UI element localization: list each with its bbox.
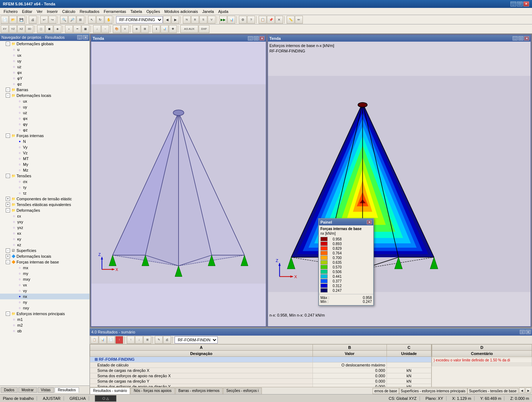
tb2-isolines[interactable]: ≡ <box>121 25 129 33</box>
sidebar-item-kx[interactable]: ○ κx <box>0 230 89 236</box>
sidebar-item-barras[interactable]: - 📁 Barras <box>0 87 89 93</box>
sidebar-item-Mz[interactable]: ○ Mz <box>0 167 89 173</box>
menu-modulos[interactable]: Módulos adicionais <box>162 9 200 14</box>
right-vp-close[interactable]: ✕ <box>524 36 529 41</box>
expand-icon[interactable]: - <box>6 312 10 316</box>
menu-editar[interactable]: Editar <box>20 9 34 14</box>
result-tab-nodes[interactable]: Nós - forças nos apoios <box>130 388 175 394</box>
sidebar-item-ux[interactable]: ○ ux <box>0 52 89 58</box>
tb-run[interactable]: ▶▶ <box>219 16 227 24</box>
tb2-btn3[interactable]: XZ <box>17 25 25 33</box>
expand-icon[interactable]: - <box>6 248 10 253</box>
sidebar-item-mx[interactable]: ○ mx <box>0 265 89 271</box>
rtb-btn6[interactable]: ↓ <box>135 336 143 344</box>
tb2-render[interactable]: ◈ <box>54 25 61 33</box>
sidebar-item-mxy[interactable]: ○ mxy <box>0 276 89 282</box>
tb-node[interactable]: N <box>183 16 191 24</box>
sidebar-item-vy[interactable]: ○ vy <box>0 288 89 294</box>
sidebar-item-vx[interactable]: ○ vx <box>0 282 89 288</box>
sidebar-item-b-phiz[interactable]: ○ φz <box>0 127 89 133</box>
tab-next-btn[interactable]: ▶ <box>526 388 531 393</box>
sidebar-item-uy[interactable]: ○ uy <box>0 58 89 64</box>
tb2-deform[interactable]: ~ <box>101 25 109 33</box>
tb-solid[interactable]: V <box>208 16 216 24</box>
result-tab-bars[interactable]: Barras - esforços internos <box>175 388 223 394</box>
sidebar-tab-dados[interactable]: Dados <box>1 387 18 393</box>
right-vp-minimize[interactable]: _ <box>513 36 518 41</box>
tb-annotation[interactable]: ✏ <box>295 16 303 24</box>
sidebar-item-deformacoes-globais[interactable]: - 📁 Deformações globais <box>0 41 89 47</box>
sidebar-item-MT[interactable]: ○ MT <box>0 156 89 162</box>
tb2-dxf[interactable]: DXF <box>199 25 209 33</box>
tb-save[interactable]: 💾 <box>17 16 25 24</box>
expand-icon[interactable]: - <box>6 134 10 138</box>
menu-ficheiro[interactable]: Ficheiro <box>1 9 20 14</box>
tb2-load[interactable]: ↓ <box>93 25 101 33</box>
right-vp-maximize[interactable]: □ <box>518 36 523 41</box>
result-tab-superficies-base[interactable]: ernos de base <box>373 388 399 394</box>
tb-new[interactable]: 📄 <box>1 16 9 24</box>
expand-icon[interactable]: - <box>6 88 10 92</box>
tb2-show-nodes[interactable]: • <box>65 25 73 33</box>
sidebar-item-b-uy[interactable]: ○ uy <box>0 104 89 110</box>
menu-ferramentas[interactable]: Ferramentas <box>102 9 128 14</box>
sidebar-item-u[interactable]: ○ u <box>0 47 89 52</box>
tb-redo[interactable]: ↪ <box>48 16 56 24</box>
sidebar-item-def-locais[interactable]: + 🔷 Deformações locais <box>0 253 89 259</box>
rtb-btn1[interactable]: 📋 <box>91 336 98 344</box>
expand-icon[interactable]: - <box>6 260 10 264</box>
tb-results[interactable]: 📊 <box>227 16 235 24</box>
result-tab-sections[interactable]: Secções - esforços i <box>223 388 262 394</box>
results-close[interactable]: ✕ <box>526 330 531 334</box>
minimize-button[interactable]: _ <box>510 1 516 6</box>
rtb-btn8[interactable]: ✎ <box>155 336 163 344</box>
results-combo[interactable]: RF-FORM-FINDING <box>175 336 218 343</box>
tb-prev[interactable]: ◀ <box>163 16 171 24</box>
tb-bar[interactable]: B <box>191 16 199 24</box>
tb2-show-surfaces[interactable]: ▦ <box>82 25 89 33</box>
sidebar-item-my[interactable]: ○ my <box>0 271 89 276</box>
left-vp-close[interactable]: ✕ <box>259 36 264 41</box>
tb2-btn1[interactable]: XY <box>1 25 9 33</box>
tb-rotate[interactable]: ↻ <box>96 16 104 24</box>
tab-prev-btn[interactable]: ◀ <box>519 388 525 393</box>
sidebar-item-b-phix[interactable]: ○ φx <box>0 116 89 121</box>
result-tab-superficies-principais[interactable]: Superfícies - esforços internos principa… <box>399 388 467 394</box>
sidebar-item-forcas-base[interactable]: - 🔶 Forças internas de base <box>0 259 89 265</box>
sidebar-item-ty[interactable]: ○ τy <box>0 184 89 190</box>
sidebar-item-Vy[interactable]: ○ Vy <box>0 144 89 150</box>
result-tab-summary[interactable]: Resultados - sumário <box>90 388 130 394</box>
results-float[interactable]: ↕ <box>520 330 525 334</box>
expand-icon[interactable]: - <box>6 93 10 98</box>
sidebar-tab-mostrar[interactable]: Mostrar <box>18 387 37 393</box>
checkbox-icon[interactable]: ☑ <box>11 248 16 253</box>
right-viewport-body[interactable]: Esforços internos de base n-x [kN/m] RF-… <box>268 42 531 326</box>
tb2-snap[interactable]: ⊕ <box>133 25 140 33</box>
sidebar-item-tensoes[interactable]: - 📁 Tensões <box>0 173 89 179</box>
expand-icon[interactable]: + <box>6 202 10 207</box>
sidebar-item-nxy[interactable]: ○ nxy <box>0 305 89 311</box>
menu-janela[interactable]: Janela <box>200 9 216 14</box>
sidebar-item-deformacoes-locais[interactable]: - 📁 Deformações locais <box>0 93 89 98</box>
tb2-aux[interactable]: AS AUX <box>180 25 198 33</box>
tb-open[interactable]: 📂 <box>9 16 17 24</box>
sidebar-minimize[interactable]: _ <box>77 35 82 39</box>
sidebar-item-phiz[interactable]: ○ φz <box>0 81 89 87</box>
sidebar-item-deformacoes[interactable]: - 📁 Deformações <box>0 207 89 213</box>
tb-paste[interactable]: 📌 <box>267 16 275 24</box>
sidebar-item-phix[interactable]: ○ φx <box>0 70 89 75</box>
tb-undo[interactable]: ↩ <box>40 16 48 24</box>
menu-resultados[interactable]: Resultados <box>78 9 102 14</box>
rtb-btn7[interactable]: ⊞ <box>143 336 151 344</box>
menu-ver[interactable]: Ver <box>34 9 45 14</box>
sidebar-item-Vz[interactable]: ○ Vz <box>0 150 89 156</box>
sidebar-item-m1[interactable]: ○ m1 <box>0 317 89 322</box>
menu-calculo[interactable]: Cálculo <box>60 9 78 14</box>
expand-icon[interactable]: - <box>6 174 10 178</box>
sidebar-item-gxz[interactable]: ○ γxz <box>0 225 89 230</box>
tb2-axes[interactable]: ✚ <box>169 25 177 33</box>
sidebar-item-nx[interactable]: ● nx <box>0 294 89 299</box>
maximize-button[interactable]: □ <box>517 1 523 6</box>
tb2-wire[interactable]: ◻ <box>37 25 45 33</box>
tb-pan[interactable]: ✋ <box>105 16 112 24</box>
